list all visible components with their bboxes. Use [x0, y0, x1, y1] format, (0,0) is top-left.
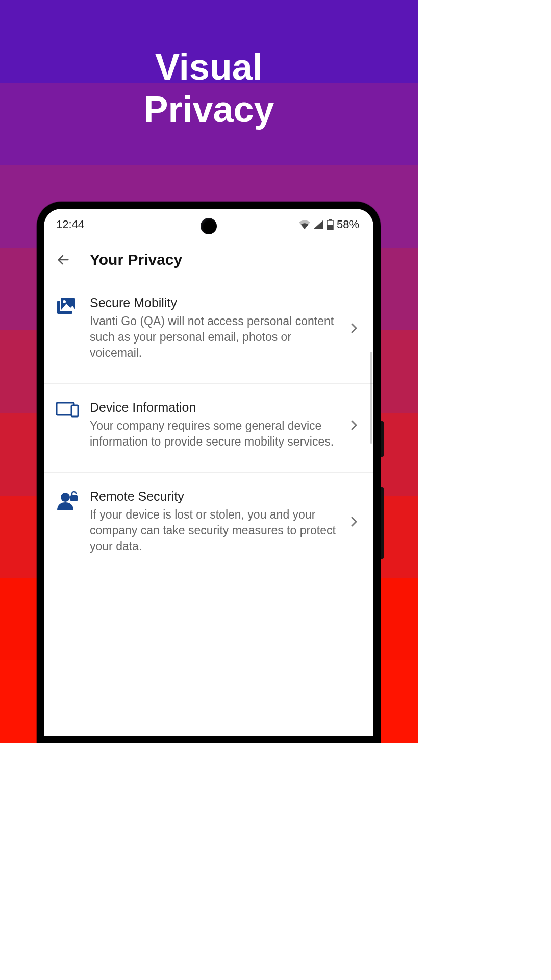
phone-frame: 12:44 58%	[37, 202, 381, 743]
banner-title: Visual Privacy	[0, 46, 418, 131]
list-item-title: Remote Security	[90, 489, 336, 504]
phone-screen: 12:44 58%	[44, 209, 373, 736]
remote-security-icon	[55, 489, 80, 510]
list-item-body: Device InformationYour company requires …	[90, 400, 336, 450]
list-item-description: If your device is lost or stolen, you an…	[90, 507, 336, 554]
media-icon	[55, 296, 80, 315]
phone-side-button	[381, 421, 384, 457]
battery-icon	[327, 219, 334, 230]
svg-rect-2	[327, 225, 333, 230]
svg-rect-10	[70, 495, 78, 501]
list-item-title: Device Information	[90, 400, 336, 415]
list-item-body: Remote SecurityIf your device is lost or…	[90, 489, 336, 554]
list-item[interactable]: Remote SecurityIf your device is lost or…	[44, 473, 373, 577]
list-item[interactable]: Secure MobilityIvanti Go (QA) will not a…	[44, 279, 373, 384]
phone-side-button	[381, 487, 384, 559]
chevron-right-icon	[346, 516, 362, 527]
page-title: Your Privacy	[90, 251, 182, 268]
svg-rect-8	[71, 405, 78, 416]
phone-camera-cutout	[201, 218, 217, 234]
scroll-indicator[interactable]	[370, 352, 372, 444]
svg-point-9	[61, 493, 70, 502]
battery-percent: 58%	[337, 218, 359, 231]
list-item[interactable]: Device InformationYour company requires …	[44, 384, 373, 473]
devices-icon	[55, 400, 80, 418]
list-item-description: Ivanti Go (QA) will not access personal …	[90, 313, 336, 361]
status-right: 58%	[299, 218, 359, 231]
back-button[interactable]	[51, 248, 76, 272]
list-item-title: Secure Mobility	[90, 296, 336, 310]
banner-title-line2: Privacy	[0, 88, 418, 131]
list-item-description: Your company requires some general devic…	[90, 418, 336, 450]
wifi-icon	[299, 220, 310, 229]
svg-point-6	[63, 300, 66, 303]
arrow-left-icon	[56, 253, 70, 267]
list-item-body: Secure MobilityIvanti Go (QA) will not a…	[90, 296, 336, 361]
cell-signal-icon	[313, 220, 323, 229]
privacy-list: Secure MobilityIvanti Go (QA) will not a…	[44, 279, 373, 577]
chevron-right-icon	[346, 323, 362, 334]
banner-title-line1: Visual	[0, 46, 418, 88]
status-time: 12:44	[56, 218, 84, 231]
app-bar: Your Privacy	[44, 240, 373, 279]
chevron-right-icon	[346, 420, 362, 431]
